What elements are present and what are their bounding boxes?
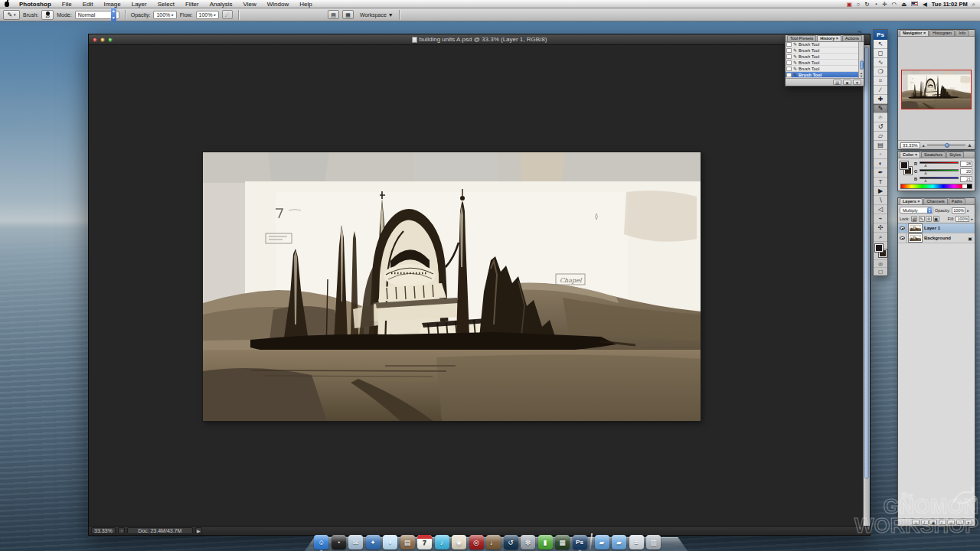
adjustment-layer-button[interactable]: ◐	[939, 520, 946, 525]
tab-info[interactable]: Info	[956, 30, 969, 36]
itunes-dock[interactable]: ♪	[435, 535, 449, 549]
layer-row[interactable]: Layer 1	[898, 223, 975, 233]
ical-dock[interactable]: 7	[417, 535, 432, 549]
crop-tool[interactable]: ⌗	[874, 77, 887, 86]
history-source-well[interactable]	[786, 73, 792, 77]
tab-swatches[interactable]: Swatches	[921, 152, 946, 158]
zoom-in-icon[interactable]: ▲	[967, 142, 972, 148]
lasso-tool[interactable]: ∿	[874, 58, 887, 67]
navigator-zoom-field[interactable]: 33.33%	[900, 142, 920, 148]
quick-selection-tool[interactable]: ❍	[874, 67, 887, 77]
address-book-dock[interactable]: ▤	[400, 535, 415, 549]
history-source-well[interactable]	[786, 67, 792, 71]
menu-item[interactable]: Window	[262, 0, 294, 8]
hand-tool[interactable]: ✣	[874, 223, 887, 233]
channel-value-field[interactable]: 21	[960, 176, 972, 182]
history-state-row[interactable]: ✎ Brush Tool	[786, 47, 864, 54]
lock-position-button[interactable]: ✛	[926, 216, 932, 222]
foreground-color-swatch[interactable]	[900, 161, 908, 169]
tool-preset-picker[interactable]: ✎▾	[3, 10, 20, 20]
channel-value-field[interactable]: 28	[960, 161, 972, 167]
dvd-player-dock[interactable]: ◎	[469, 535, 484, 549]
time-machine-dock[interactable]: ↺	[504, 535, 518, 549]
history-source-well[interactable]	[786, 60, 792, 65]
menu-item[interactable]: Layer	[126, 0, 152, 8]
link-layers-button[interactable]: ∞	[912, 520, 920, 525]
workspace-menu[interactable]: Workspace ▼	[360, 12, 394, 18]
spotlight-icon[interactable]: ⌕	[972, 0, 975, 8]
new-snapshot-button[interactable]: ◙	[843, 80, 851, 85]
applications-folder-dock[interactable]: ▰	[595, 535, 609, 549]
color-spectrum-ramp[interactable]	[900, 184, 972, 189]
eraser-tool[interactable]: ▱	[874, 132, 887, 141]
layer-style-button[interactable]: ƒ	[921, 520, 929, 525]
delete-state-button[interactable]: ▼	[853, 80, 861, 85]
tab-histogram[interactable]: Histogram	[929, 30, 955, 36]
clone-stamp-tool[interactable]: ⌾	[874, 113, 887, 122]
lock-pixels-button[interactable]: ✎	[919, 216, 925, 222]
sync-menu-icon[interactable]: ↻	[864, 0, 869, 8]
tab-tool-presets[interactable]: Tool Presets	[787, 35, 816, 41]
move-tool[interactable]: ↖	[874, 40, 887, 49]
menu-item[interactable]: Edit	[77, 0, 99, 8]
channel-slider[interactable]	[920, 161, 959, 166]
universal-access-menu-icon[interactable]: ✛	[882, 0, 887, 8]
marquee-tool[interactable]: ◻	[874, 49, 887, 58]
menu-item[interactable]: Image	[98, 0, 126, 8]
layer-visibility-toggle[interactable]	[898, 233, 906, 243]
safari-dock[interactable]: ✦	[366, 535, 381, 549]
trash-dock[interactable]: ▥	[646, 535, 661, 549]
menu-item[interactable]: Filter	[180, 0, 204, 8]
panel-menu-icon[interactable]: ▾≡	[858, 29, 862, 34]
brush-preset-picker[interactable]: 25	[41, 10, 54, 20]
menu-item[interactable]: File	[57, 0, 77, 8]
quick-mask-button[interactable]: ◎	[874, 260, 887, 268]
input-flag-menu-icon[interactable]	[911, 2, 918, 6]
gradient-tool[interactable]: ▤	[874, 141, 887, 150]
documents-folder-dock[interactable]: ▰	[612, 535, 626, 549]
dashboard-dock[interactable]: ◔	[332, 535, 346, 549]
history-scroll-arrows[interactable]: ▲▼	[859, 72, 864, 78]
scrollbar-thumb[interactable]	[864, 47, 869, 479]
history-source-well[interactable]	[786, 48, 792, 53]
canvas-pasteboard[interactable]	[89, 45, 863, 526]
airbrush-toggle[interactable]: ☄	[222, 10, 233, 19]
slice-tool[interactable]: ∕	[874, 86, 887, 95]
circle-menu-icon[interactable]: ○	[857, 0, 861, 8]
navigator-zoom-slider[interactable]	[927, 145, 965, 145]
blend-mode-select[interactable]: Normal▲▼	[75, 11, 119, 19]
history-state-row[interactable]: ✎ Brush Tool	[786, 42, 864, 47]
dodge-tool[interactable]: ◐	[874, 159, 887, 168]
layer-group-button[interactable]: ▭	[947, 520, 955, 525]
menu-clock[interactable]: Tue 11:02 PM	[932, 1, 968, 8]
photoshop-dock[interactable]: Ps	[573, 535, 587, 549]
tab-color[interactable]: Color ×	[900, 152, 920, 158]
menu-item[interactable]: Photoshop	[14, 0, 57, 8]
history-state-row[interactable]: ✎ Brush Tool	[786, 60, 864, 66]
zoom-tool[interactable]: ⌕	[874, 233, 887, 242]
layer-mask-button[interactable]: ▣	[929, 520, 937, 525]
layer-thumbnail[interactable]	[909, 234, 922, 242]
eyedropper-tool[interactable]: ⌁	[874, 214, 887, 223]
channel-slider-thumb[interactable]	[924, 179, 927, 182]
navigator-preview[interactable]	[898, 37, 975, 140]
zoom-slider-knob[interactable]	[945, 143, 949, 148]
opacity-input[interactable]: 100%▸	[153, 11, 176, 19]
zoom-out-icon[interactable]: ▲	[922, 143, 926, 148]
tab-navigator[interactable]: Navigator ×	[900, 30, 929, 36]
brush-tool[interactable]: ✎	[874, 104, 887, 113]
menu-item[interactable]: Help	[294, 0, 317, 8]
screen-mode-button[interactable]: ▢	[874, 268, 887, 276]
menu-item[interactable]: View	[238, 0, 262, 8]
history-state-row[interactable]: ✎ Brush Tool	[786, 66, 864, 72]
bridge-button[interactable]: ▦	[342, 10, 354, 19]
history-state-row[interactable]: ✎ Brush Tool	[786, 72, 864, 78]
palette-well-button[interactable]: ▤	[328, 10, 339, 19]
type-tool[interactable]: T	[874, 178, 887, 187]
layer-visibility-toggle[interactable]	[898, 223, 906, 233]
channel-slider[interactable]	[920, 176, 959, 181]
channel-value-field[interactable]: 20	[960, 168, 972, 174]
navigator-proxy-view[interactable]	[902, 70, 971, 109]
system-preferences-dock[interactable]: ✻	[521, 535, 535, 549]
blend-mode-select[interactable]: Multiply▲▼	[900, 207, 933, 214]
